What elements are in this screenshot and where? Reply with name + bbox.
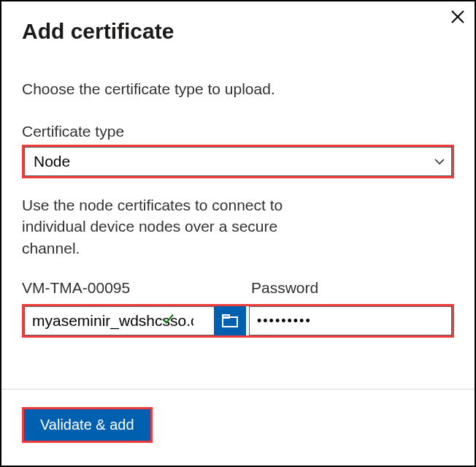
page-title: Add certificate [22,19,454,44]
certificate-type-description: Use the node certificates to connect to … [22,194,336,259]
password-field-label: Password [251,279,454,297]
file-field-label: VM-TMA-00095 [22,279,248,297]
password-input[interactable] [249,306,452,335]
validate-and-add-button[interactable]: Validate & add [24,409,150,441]
close-icon [451,10,464,23]
certificate-type-label: Certificate type [22,123,454,140]
certificate-file-input[interactable] [24,306,214,335]
intro-text: Choose the certificate type to upload. [22,80,454,98]
close-button[interactable] [448,6,467,29]
folder-open-icon [221,314,239,328]
browse-file-button[interactable] [214,306,246,335]
certificate-type-select[interactable] [24,147,452,176]
